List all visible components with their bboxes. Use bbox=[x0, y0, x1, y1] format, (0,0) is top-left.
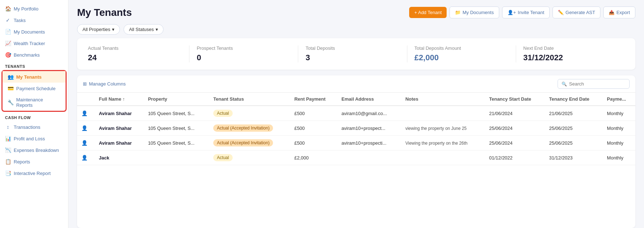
rent-cell: £500 bbox=[290, 136, 337, 150]
table-row[interactable]: 👤Aviram Shahar105 Queen Street, S...Actu… bbox=[77, 121, 635, 136]
search-box[interactable]: 🔍 bbox=[558, 79, 630, 89]
maintenance-reports-icon: 🔧 bbox=[8, 100, 13, 105]
sidebar: 🏠My Portfolio✓Tasks📄My Documents📈Wealth … bbox=[0, 0, 68, 228]
sidebar-item-my-tenants[interactable]: 👥My Tenants bbox=[3, 71, 66, 83]
chevron-down-icon: ▾ bbox=[112, 27, 115, 32]
my-documents-button[interactable]: 📁 My Documents bbox=[450, 6, 499, 18]
cashflow-section-label: CASH FLOW bbox=[0, 112, 68, 121]
interactive-report-icon: 📑 bbox=[5, 170, 11, 176]
end-date-cell: 21/06/2025 bbox=[545, 106, 603, 121]
sidebar-item-label: Expenses Breakdown bbox=[14, 148, 59, 153]
export-button[interactable]: 📤 Export bbox=[603, 6, 635, 18]
sidebar-item-payment-schedule[interactable]: 💳Payment Schedule bbox=[3, 83, 66, 94]
sidebar-item-benchmarks[interactable]: 🎯Benchmarks bbox=[0, 49, 68, 61]
col-header-pin bbox=[77, 93, 95, 106]
stat-label: Next End Date bbox=[523, 45, 617, 51]
property-cell: 105 Queen Street, S... bbox=[144, 136, 209, 150]
sidebar-item-my-portfolio[interactable]: 🏠My Portfolio bbox=[0, 3, 68, 14]
search-input[interactable] bbox=[569, 81, 626, 87]
stat-label: Total Deposits Amount bbox=[415, 45, 509, 51]
col-header-payment: Payme... bbox=[603, 93, 635, 106]
columns-icon: ⊞ bbox=[83, 81, 87, 87]
sidebar-item-label: Reports bbox=[14, 159, 30, 165]
stat-item: Prospect Tenants 0 bbox=[189, 45, 298, 62]
sidebar-item-label: Tasks bbox=[14, 18, 26, 23]
tenants-table-container: ⊞ Manage Columns 🔍 Full Name ↑PropertyTe… bbox=[77, 75, 635, 228]
page-header: My Tenants + Add Tenant 📁 My Documents 👤… bbox=[68, 0, 644, 22]
sidebar-item-my-documents[interactable]: 📄My Documents bbox=[0, 26, 68, 38]
generate-ast-button[interactable]: ✏️ Generate AST bbox=[553, 6, 600, 18]
sidebar-item-wealth-tracker[interactable]: 📈Wealth Tracker bbox=[0, 38, 68, 49]
user-icon: 👤 bbox=[81, 155, 88, 161]
stat-item: Total Deposits Amount £2,000 bbox=[407, 45, 516, 62]
start-date-cell: 25/06/2024 bbox=[485, 136, 545, 150]
invite-tenant-button[interactable]: 👤+ Invite Tenant bbox=[502, 6, 550, 18]
all-statuses-filter[interactable]: All Statuses ▾ bbox=[124, 24, 164, 35]
header-actions: + Add Tenant 📁 My Documents 👤+ Invite Te… bbox=[409, 6, 635, 18]
start-date-cell: 21/06/2024 bbox=[485, 106, 545, 121]
sidebar-item-label: Interactive Report bbox=[14, 171, 51, 176]
table-row[interactable]: 👤JackActual£2,00001/12/202231/12/2023Mon… bbox=[77, 150, 635, 165]
email-cell: aviram10+prospecti... bbox=[337, 136, 401, 150]
col-header-end_date: Tenancy End Date bbox=[545, 93, 603, 106]
filter-bar: All Properties ▾ All Statuses ▾ bbox=[68, 22, 644, 38]
invite-icon: 👤+ bbox=[507, 10, 516, 15]
sidebar-item-expenses-breakdown[interactable]: 📉Expenses Breakdown bbox=[0, 144, 68, 156]
add-tenant-button[interactable]: + Add Tenant bbox=[409, 7, 447, 18]
transactions-icon: ↕ bbox=[5, 124, 11, 130]
stat-value: 3 bbox=[305, 53, 399, 62]
sidebar-item-maintenance-reports[interactable]: 🔧Maintenance Reports bbox=[3, 94, 66, 111]
notes-cell: Viewing the property on the 26th bbox=[401, 136, 485, 150]
my-documents-icon: 📄 bbox=[5, 29, 11, 35]
status-badge: Actual (Accepted Invitation) bbox=[213, 139, 273, 146]
col-header-name[interactable]: Full Name ↑ bbox=[95, 93, 144, 106]
notes-cell bbox=[401, 150, 485, 165]
table-row[interactable]: 👤Aviram Shahar105 Queen Street, S...Actu… bbox=[77, 136, 635, 150]
tenant-name-cell: Jack bbox=[95, 150, 144, 165]
col-header-rent: Rent Payment bbox=[290, 93, 337, 106]
property-cell bbox=[144, 150, 209, 165]
status-badge: Actual bbox=[213, 110, 232, 117]
payment-cell: Monthly bbox=[603, 136, 635, 150]
sidebar-item-reports[interactable]: 📋Reports bbox=[0, 156, 68, 167]
stat-value: 0 bbox=[197, 53, 291, 62]
payment-cell: Monthly bbox=[603, 150, 635, 165]
tenants-section-label: TENANTS bbox=[0, 61, 68, 70]
main-content: My Tenants + Add Tenant 📁 My Documents 👤… bbox=[68, 0, 644, 228]
sidebar-item-label: Wealth Tracker bbox=[14, 41, 45, 46]
row-icon-cell: 👤 bbox=[77, 121, 95, 136]
email-cell bbox=[337, 150, 401, 165]
sidebar-item-label: Benchmarks bbox=[14, 52, 40, 58]
user-icon: 👤 bbox=[81, 125, 88, 131]
sidebar-item-label: Payment Schedule bbox=[16, 86, 55, 91]
sidebar-item-profit-and-loss[interactable]: 📊Profit and Loss bbox=[0, 133, 68, 144]
manage-columns-button[interactable]: ⊞ Manage Columns bbox=[83, 81, 126, 87]
tenants-table: Full Name ↑PropertyTenant StatusRent Pay… bbox=[77, 93, 635, 165]
payment-cell: Monthly bbox=[603, 106, 635, 121]
sidebar-item-tasks[interactable]: ✓Tasks bbox=[0, 14, 68, 26]
stat-value: 24 bbox=[88, 53, 182, 62]
generate-icon: ✏️ bbox=[558, 10, 564, 15]
row-icon-cell: 👤 bbox=[77, 136, 95, 150]
search-icon: 🔍 bbox=[562, 82, 567, 87]
row-icon-cell: 👤 bbox=[77, 106, 95, 121]
email-cell: aviram10@gmail.co... bbox=[337, 106, 401, 121]
stat-item: Actual Tenants 24 bbox=[88, 45, 189, 62]
tasks-icon: ✓ bbox=[5, 17, 11, 23]
status-cell: Actual (Accepted Invitation) bbox=[209, 121, 290, 136]
stats-bar: Actual Tenants 24 Prospect Tenants 0 Tot… bbox=[77, 38, 635, 70]
notes-cell: viewing the property on June 25 bbox=[401, 121, 485, 136]
payment-cell: Monthly bbox=[603, 121, 635, 136]
payment-schedule-icon: 💳 bbox=[8, 86, 13, 91]
all-properties-filter[interactable]: All Properties ▾ bbox=[77, 24, 120, 35]
start-date-cell: 25/06/2024 bbox=[485, 121, 545, 136]
table-row[interactable]: 👤Aviram Shahar105 Queen Street, S...Actu… bbox=[77, 106, 635, 121]
end-date-cell: 31/12/2023 bbox=[545, 150, 603, 165]
documents-icon: 📁 bbox=[455, 10, 461, 15]
sidebar-item-interactive-report[interactable]: 📑Interactive Report bbox=[0, 167, 68, 179]
sidebar-item-transactions[interactable]: ↕Transactions bbox=[0, 121, 68, 133]
row-icon-cell: 👤 bbox=[77, 150, 95, 165]
status-cell: Actual bbox=[209, 106, 290, 121]
expenses-breakdown-icon: 📉 bbox=[5, 147, 11, 153]
user-icon: 👤 bbox=[81, 110, 88, 116]
